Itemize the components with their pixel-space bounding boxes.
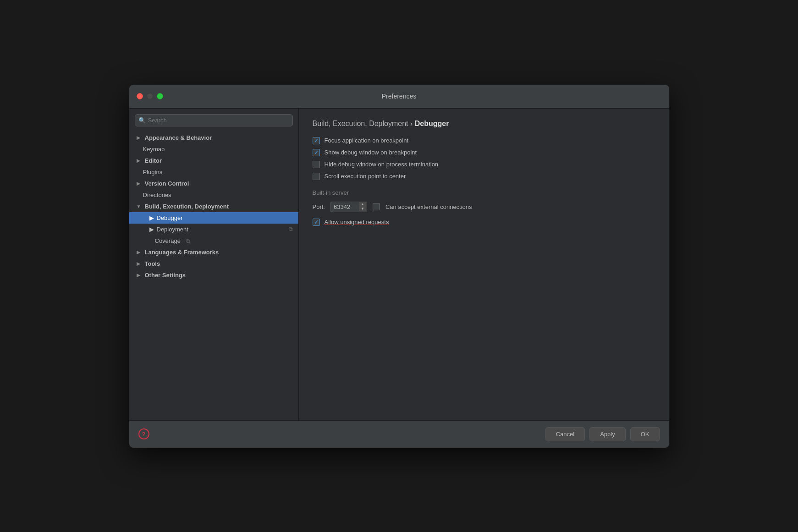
sidebar-item-label: Plugins [143, 169, 163, 176]
window-title: Preferences [382, 93, 416, 100]
sidebar-item-label: Appearance & Behavior [145, 134, 212, 141]
main-content-area: 🔍 ▶ Appearance & Behavior Keymap ▶ Edito… [129, 109, 669, 420]
settings-panel: Build, Execution, Deployment › Debugger … [299, 109, 669, 420]
port-row: Port: ▲ ▼ Can accept external connection… [313, 202, 655, 212]
arrow-icon: ▶ [137, 273, 142, 278]
port-label: Port: [313, 203, 325, 210]
sidebar-item-label: Coverage [155, 237, 181, 244]
sidebar-item-appearance[interactable]: ▶ Appearance & Behavior [129, 132, 298, 143]
sidebar-item-directories[interactable]: Directories [129, 189, 298, 201]
sidebar-item-label: Deployment [157, 226, 188, 233]
search-box[interactable]: 🔍 [135, 114, 293, 126]
sidebar-item-label: Directories [143, 192, 171, 198]
allow-unsigned-label: Allow unsigned requests [325, 219, 389, 225]
sidebar-item-label: Other Settings [145, 272, 186, 279]
arrow-icon: ▶ [137, 250, 142, 255]
checkbox-row-hide-debug: Hide debug window on process termination [313, 161, 655, 168]
port-input-wrap: ▲ ▼ [330, 202, 367, 212]
arrow-icon: ▶ [137, 181, 142, 186]
sidebar-item-label: Tools [145, 260, 160, 267]
hide-debug-label: Hide debug window on process termination [325, 161, 439, 168]
sidebar-item-languages[interactable]: ▶ Languages & Frameworks [129, 247, 298, 258]
apply-button[interactable]: Apply [589, 427, 626, 441]
port-spinners: ▲ ▼ [359, 202, 366, 211]
search-input[interactable] [135, 114, 293, 126]
port-increment-button[interactable]: ▲ [359, 202, 366, 207]
sidebar-item-label: Debugger [157, 214, 183, 221]
sidebar-item-label: Keymap [143, 146, 165, 153]
focus-app-label: Focus application on breakpoint [325, 137, 409, 144]
sidebar-item-editor[interactable]: ▶ Editor [129, 155, 298, 166]
arrow-icon: ▶ [137, 135, 142, 140]
sidebar-item-deployment[interactable]: ▶ Deployment ⧉ [129, 224, 298, 235]
port-decrement-button[interactable]: ▼ [359, 207, 366, 211]
sidebar-item-label: Version Control [145, 180, 189, 187]
sidebar-item-label: Editor [145, 157, 162, 164]
checkbox-row-allow-unsigned: Allow unsigned requests [313, 219, 655, 226]
minimize-button[interactable] [147, 93, 153, 99]
copy-icon: ⧉ [289, 226, 293, 232]
checkbox-row-focus: Focus application on breakpoint [313, 137, 655, 144]
sidebar-item-coverage[interactable]: Coverage ⧉ [129, 235, 298, 247]
ok-button[interactable]: OK [630, 427, 660, 441]
sidebar-item-build[interactable]: ▼ Build, Execution, Deployment [129, 201, 298, 212]
sidebar-item-label: Languages & Frameworks [145, 249, 219, 256]
scroll-exec-label: Scroll execution point to center [325, 173, 406, 180]
help-button[interactable]: ? [138, 428, 149, 439]
arrow-icon: ▶ [137, 261, 142, 266]
cancel-button[interactable]: Cancel [545, 427, 585, 441]
breadcrumb-current: Debugger [415, 120, 449, 127]
arrow-icon: ▶ [149, 214, 154, 221]
accept-external-label: Can accept external connections [385, 203, 472, 210]
titlebar: Preferences [129, 85, 669, 109]
action-buttons: Cancel Apply OK [545, 427, 660, 441]
general-settings-group: Focus application on breakpoint Show deb… [313, 137, 655, 180]
close-button[interactable] [137, 93, 143, 99]
bottom-bar: ? Cancel Apply OK [129, 420, 669, 448]
hide-debug-checkbox[interactable] [313, 161, 320, 168]
focus-app-checkbox[interactable] [313, 137, 320, 144]
show-debug-checkbox[interactable] [313, 149, 320, 156]
sidebar-item-version-control[interactable]: ▶ Version Control [129, 178, 298, 189]
sidebar-item-keymap[interactable]: Keymap [129, 143, 298, 155]
server-settings-group: Built-in server Port: ▲ ▼ Can accept ext… [313, 189, 655, 226]
checkbox-row-scroll-exec: Scroll execution point to center [313, 173, 655, 180]
sidebar-item-other-settings[interactable]: ▶ Other Settings [129, 269, 298, 281]
scroll-exec-checkbox[interactable] [313, 173, 320, 180]
server-section-label: Built-in server [313, 189, 655, 196]
sidebar-item-debugger[interactable]: ▶ Debugger [129, 212, 298, 224]
arrow-icon: ▶ [149, 226, 154, 233]
checkbox-row-show-debug: Show debug window on breakpoint [313, 149, 655, 156]
sidebar: 🔍 ▶ Appearance & Behavior Keymap ▶ Edito… [129, 109, 299, 420]
search-icon: 🔍 [138, 117, 146, 124]
arrow-down-icon: ▼ [137, 204, 142, 209]
sidebar-item-plugins[interactable]: Plugins [129, 166, 298, 178]
copy-icon: ⧉ [186, 238, 190, 244]
accept-external-checkbox[interactable] [373, 203, 380, 210]
breadcrumb: Build, Execution, Deployment › Debugger [313, 120, 655, 128]
sidebar-item-label: Build, Execution, Deployment [145, 203, 229, 210]
show-debug-label: Show debug window on breakpoint [325, 149, 417, 156]
maximize-button[interactable] [157, 93, 163, 99]
preferences-window: Preferences 🔍 ▶ Appearance & Behavior Ke… [129, 84, 670, 448]
arrow-icon: ▶ [137, 158, 142, 163]
breadcrumb-prefix: Build, Execution, Deployment › [313, 120, 415, 127]
sidebar-item-tools[interactable]: ▶ Tools [129, 258, 298, 269]
allow-unsigned-checkbox[interactable] [313, 219, 320, 226]
traffic-lights [137, 93, 163, 99]
